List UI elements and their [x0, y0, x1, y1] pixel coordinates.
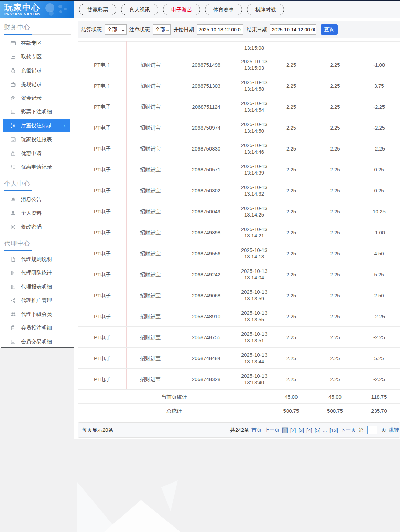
game-category-tab[interactable]: 棋牌对战	[247, 4, 284, 15]
page-number-link[interactable]: ...	[323, 427, 327, 433]
current-page-link[interactable]: [1]	[282, 427, 288, 433]
withdraw-hand-icon	[10, 54, 16, 60]
table-row: PT电子招财进宝20687500492025-10-1313:14:252.25…	[78, 201, 400, 222]
chevron-down-icon: ⌄	[121, 28, 125, 32]
sidebar-item[interactable]: 优惠申请›	[0, 146, 74, 160]
table-row: PT电子招财进宝20687492422025-10-1313:14:042.25…	[78, 264, 400, 285]
page-number-link[interactable]: [3]	[298, 427, 304, 433]
sidebar-item[interactable]: 个人资料›	[0, 206, 74, 220]
settle-status-select[interactable]: 全部 ⌄	[105, 24, 126, 35]
start-date-label: 开始日期:	[173, 26, 195, 33]
sidebar-item[interactable]: 资金记录›	[0, 91, 74, 105]
gear-icon	[10, 224, 16, 230]
book-icon	[10, 270, 16, 276]
game-category-tabbar: 雙赢彩票真人视讯电子游艺体育赛事棋牌对战	[74, 1, 400, 18]
sidebar-item-label: 取款专区	[21, 54, 42, 60]
sidebar-item[interactable]: 代理规则说明›	[0, 252, 74, 266]
sidebar-item[interactable]: 会员投注明细›	[0, 321, 74, 335]
recharge-moneybag-icon	[10, 68, 16, 74]
sidebar-item[interactable]: 充值记录›	[0, 64, 74, 77]
sidebar-item[interactable]: 代理团队统计›	[0, 266, 74, 280]
sidebar-item[interactable]: 消息公告›	[0, 192, 74, 206]
sidebar-item[interactable]: 会员交易明细›	[0, 335, 74, 348]
sidebar-item-label: 代理推广管理	[21, 297, 52, 304]
first-page-link[interactable]: 首页	[251, 427, 262, 433]
sidebar: 玩家中心 PLAYERS CENTER 财务中心存款专区›取款专区›充值记录›提…	[0, 1, 74, 348]
sidebar-item-label: 存款专区	[21, 40, 42, 46]
hall-bet-record-icon	[10, 123, 16, 129]
summary-value: 500.75	[270, 404, 312, 418]
summary-value: 235.70	[358, 404, 400, 418]
sidebar-item[interactable]: 优惠申请记录›	[0, 160, 74, 174]
start-date-input[interactable]	[197, 24, 243, 35]
page-number-link[interactable]: [4]	[306, 427, 312, 433]
sidebar-item[interactable]: 厅室投注记录›	[3, 119, 70, 132]
summary-value: 45.00	[270, 390, 312, 404]
sidebar-item-label: 个人资料	[21, 210, 42, 217]
sidebar-item[interactable]: 代理下级会员›	[0, 307, 74, 321]
book-icon	[10, 284, 16, 290]
list-icon	[10, 339, 16, 345]
page-number-link[interactable]: [2]	[290, 427, 296, 433]
sidebar-item[interactable]: 代理报表明细›	[0, 280, 74, 293]
bet-records-table: 13:15:08PT电子招财进宝20687514982025-10-1313:1…	[78, 41, 400, 418]
table-row: PT电子招财进宝20687513032025-10-1313:14:582.25…	[78, 75, 400, 96]
sidebar-item-label: 厅室投注记录	[21, 122, 52, 129]
sidebar-bottom-strip	[1, 347, 74, 348]
sidebar-item[interactable]: 提现记录›	[0, 77, 74, 91]
table-row: PT电子招财进宝20687498982025-10-1313:14:212.25…	[78, 222, 400, 243]
prev-page-link[interactable]: 上一页	[264, 427, 280, 433]
brand-header: 玩家中心 PLAYERS CENTER	[0, 1, 74, 18]
sidebar-item[interactable]: 修改密码›	[0, 220, 74, 234]
table-row: PT电子招财进宝20687514982025-10-1313:15:032.25…	[78, 54, 400, 75]
table-row: PT电子招财进宝20687495562025-10-1313:14:132.25…	[78, 243, 400, 264]
jump-link[interactable]: 跳转	[389, 427, 399, 433]
table-row: PT电子招财进宝20687487552025-10-1313:13:512.25…	[78, 327, 400, 348]
sidebar-item-label: 代理报表明细	[21, 284, 52, 290]
table-row: PT电子招财进宝20687505712025-10-1313:14:392.25…	[78, 159, 400, 180]
query-button[interactable]: 查询	[321, 24, 338, 35]
sidebar-section-title: 代理中心	[4, 239, 74, 247]
sidebar-item[interactable]: 取款专区›	[0, 50, 74, 64]
sidebar-item-label: 优惠申请	[21, 150, 42, 157]
sidebar-item[interactable]: 彩票下注明细›	[0, 105, 74, 119]
game-category-tab[interactable]: 体育赛事	[205, 4, 242, 15]
sidebar-item-label: 提现记录	[21, 81, 42, 88]
withdraw-record-wallet-icon	[10, 81, 16, 87]
table-row: PT电子招财进宝20687508302025-10-1313:14:462.25…	[78, 138, 400, 159]
sidebar-item-label: 代理规则说明	[21, 256, 52, 263]
share-icon	[10, 298, 16, 303]
summary-value: 118.75	[358, 390, 400, 404]
sidebar-item-label: 代理团队统计	[21, 270, 52, 276]
table-row: PT电子招财进宝20687483282025-10-1313:13:402.25…	[78, 369, 400, 390]
game-category-tab[interactable]: 雙赢彩票	[79, 4, 116, 15]
deposit-card-icon	[10, 40, 16, 46]
game-category-tab[interactable]: 真人视讯	[121, 4, 158, 15]
table-row: PT电子招财进宝20687503022025-10-1313:14:322.25…	[78, 180, 400, 201]
sidebar-item[interactable]: 玩家投注报表›	[0, 133, 74, 146]
sidebar-item[interactable]: 代理推广管理›	[0, 293, 74, 307]
summary-row: 当前页统计45.0045.00118.75	[78, 390, 400, 404]
section-underline	[4, 251, 71, 251]
people-icon	[10, 311, 16, 317]
goto-page-input[interactable]	[367, 426, 377, 434]
game-category-tab[interactable]: 电子游艺	[163, 4, 200, 15]
goto-page-prefix: 第	[358, 427, 364, 433]
bell-icon	[10, 197, 16, 202]
order-status-label: 注单状态:	[129, 26, 151, 33]
end-date-input[interactable]	[270, 24, 316, 35]
page-number-link[interactable]: [13]	[329, 427, 338, 433]
sidebar-item-label: 资金记录	[21, 95, 42, 101]
page-number-link[interactable]: [5]	[315, 427, 321, 433]
section-underline	[4, 34, 71, 35]
sidebar-item[interactable]: 存款专区›	[0, 36, 74, 50]
gamepad-icon	[43, 2, 70, 17]
per-page-label: 每页显示20条	[82, 427, 113, 433]
order-status-select[interactable]: 全部 ⌄	[153, 24, 171, 35]
decor-triangle	[77, 482, 119, 532]
sidebar-item-label: 代理下级会员	[21, 311, 52, 318]
sidebar-item-label: 会员投注明细	[21, 325, 52, 331]
summary-value: 500.75	[312, 404, 358, 418]
next-page-link[interactable]: 下一页	[340, 427, 356, 433]
promo-apply-record-icon	[10, 164, 16, 170]
